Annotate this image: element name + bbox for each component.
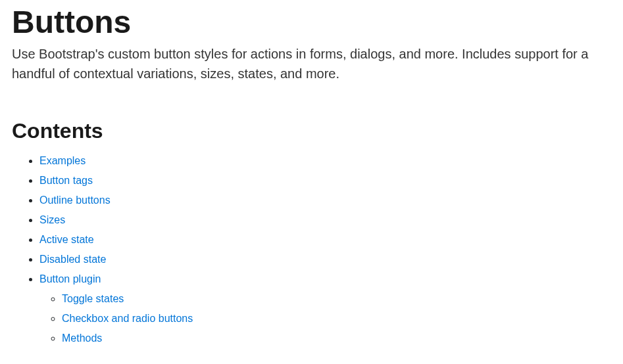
toc-item: Button plugin Toggle states Checkbox and… [39, 271, 611, 346]
page-lead: Use Bootstrap's custom button styles for… [12, 44, 611, 83]
contents-heading: Contents [12, 115, 611, 147]
page-title: Buttons [12, 5, 611, 40]
toc-subitem: Checkbox and radio buttons [62, 311, 611, 327]
toc-item: Sizes [39, 212, 611, 228]
toc-link-outline-buttons[interactable]: Outline buttons [39, 194, 111, 206]
toc-link-active-state[interactable]: Active state [39, 234, 94, 245]
toc-item: Disabled state [39, 252, 611, 267]
table-of-contents: Examples Button tags Outline buttons Siz… [12, 153, 611, 346]
toc-link-toggle-states[interactable]: Toggle states [62, 293, 124, 304]
toc-item: Active state [39, 232, 611, 248]
toc-item: Button tags [39, 173, 611, 189]
toc-link-methods[interactable]: Methods [62, 332, 102, 344]
toc-link-disabled-state[interactable]: Disabled state [39, 254, 106, 265]
toc-subitem: Methods [62, 330, 611, 346]
toc-link-button-tags[interactable]: Button tags [39, 175, 93, 186]
toc-sublist: Toggle states Checkbox and radio buttons… [39, 291, 611, 346]
toc-link-sizes[interactable]: Sizes [39, 214, 65, 225]
toc-item: Outline buttons [39, 193, 611, 208]
toc-item: Examples [39, 153, 611, 169]
toc-subitem: Toggle states [62, 291, 611, 307]
toc-link-button-plugin[interactable]: Button plugin [39, 273, 101, 284]
toc-link-checkbox-radio[interactable]: Checkbox and radio buttons [62, 313, 193, 324]
toc-link-examples[interactable]: Examples [39, 155, 86, 166]
